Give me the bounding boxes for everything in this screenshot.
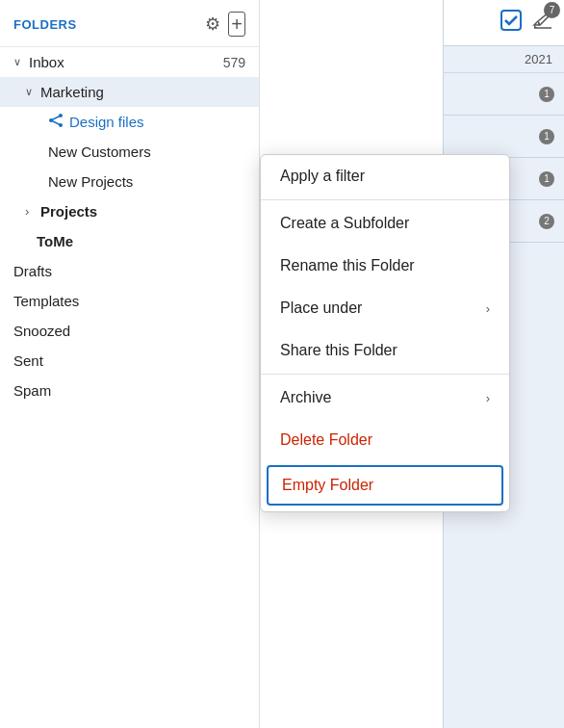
menu-item-archive[interactable]: Archive › [261, 377, 509, 419]
compose-badge: 7 [544, 2, 560, 18]
folders-title: FOLDERS [13, 17, 77, 32]
email-toolbar: 7 [444, 0, 564, 46]
menu-item-apply-filter[interactable]: Apply a filter [261, 155, 509, 197]
submenu-arrow-icon: › [486, 301, 490, 316]
svg-rect-5 [501, 11, 521, 30]
menu-item-place-under[interactable]: Place under › [261, 287, 509, 329]
folders-sidebar: FOLDERS ⚙ + ∨ Inbox 579 ∨ Marketing [0, 0, 260, 728]
email-badge: 1 [539, 87, 554, 102]
menu-item-label: Place under [280, 299, 362, 317]
submenu-arrow-icon: › [486, 391, 490, 405]
email-row-1[interactable]: 1 [444, 73, 564, 116]
chevron-icon: › [25, 204, 37, 219]
menu-divider-2 [261, 374, 509, 375]
folder-label: Marketing [40, 84, 104, 100]
chevron-icon: ∨ [25, 86, 37, 98]
folder-list: ∨ Inbox 579 ∨ Marketing Design files [0, 47, 259, 405]
folder-label: New Projects [48, 173, 133, 190]
folder-item-design-files[interactable]: Design files [0, 107, 259, 137]
folder-label: ToMe [37, 233, 73, 249]
folder-item-new-projects[interactable]: New Projects [0, 167, 259, 196]
menu-item-share-folder[interactable]: Share this Folder [261, 329, 509, 372]
folder-label: Templates [13, 293, 79, 309]
folder-item-snoozed[interactable]: Snoozed [0, 316, 259, 346]
folder-label: Design files [69, 114, 144, 130]
menu-item-label: Rename this Folder [280, 257, 415, 274]
folder-label: Sent [13, 352, 43, 369]
folder-label: Projects [40, 203, 97, 220]
email-badge: 1 [539, 129, 554, 144]
menu-item-create-subfolder[interactable]: Create a Subfolder [261, 202, 509, 245]
folder-item-projects[interactable]: › Projects [0, 196, 259, 226]
settings-icon[interactable]: ⚙ [205, 15, 220, 33]
folder-label: Snoozed [13, 323, 70, 339]
menu-item-label: Create a Subfolder [280, 215, 409, 232]
folder-item-templates[interactable]: Templates [0, 286, 259, 316]
sidebar-header: FOLDERS ⚙ + [0, 0, 259, 47]
folder-item-marketing[interactable]: ∨ Marketing [0, 77, 259, 107]
add-folder-icon[interactable]: + [228, 12, 245, 37]
menu-item-label: Empty Folder [282, 477, 373, 494]
menu-item-label: Delete Folder [280, 431, 372, 449]
select-all-icon[interactable] [500, 10, 522, 36]
folder-item-spam[interactable]: Spam [0, 376, 259, 405]
folder-label: Spam [13, 382, 51, 399]
folder-count: 579 [223, 55, 245, 70]
chevron-icon: ∨ [13, 56, 25, 68]
menu-item-rename-folder[interactable]: Rename this Folder [261, 245, 509, 287]
year-label: 2021 [444, 46, 564, 73]
folder-item-tome[interactable]: ToMe [0, 226, 259, 256]
email-badge: 1 [539, 171, 554, 187]
folder-label: Drafts [13, 263, 52, 279]
folder-label: New Customers [48, 143, 151, 160]
folder-item-sent[interactable]: Sent [0, 346, 259, 376]
folder-item-drafts[interactable]: Drafts [0, 256, 259, 286]
folder-label: Inbox [29, 54, 64, 70]
compose-icon[interactable]: 7 [531, 10, 552, 36]
svg-line-4 [51, 120, 61, 125]
menu-item-empty-folder[interactable]: Empty Folder [267, 465, 503, 506]
menu-item-label: Archive [280, 389, 331, 406]
menu-item-delete-folder[interactable]: Delete Folder [261, 419, 509, 461]
menu-divider-1 [261, 199, 509, 200]
sidebar-actions: ⚙ + [205, 12, 245, 37]
folder-item-new-customers[interactable]: New Customers [0, 137, 259, 167]
share-icon [48, 114, 64, 130]
menu-item-label: Share this Folder [280, 342, 397, 359]
menu-item-label: Apply a filter [280, 168, 365, 185]
context-menu: Apply a filter Create a Subfolder Rename… [260, 154, 510, 512]
folder-item-inbox[interactable]: ∨ Inbox 579 [0, 47, 259, 77]
email-row-2[interactable]: 1 [444, 116, 564, 158]
email-badge: 2 [539, 214, 554, 229]
svg-line-3 [51, 116, 61, 120]
